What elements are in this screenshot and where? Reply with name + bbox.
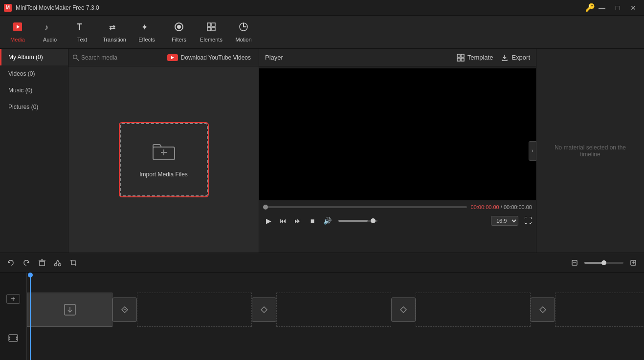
chevron-right-icon: › [532, 148, 533, 153]
svg-rect-40 [16, 339, 18, 340]
media-icon [12, 21, 23, 35]
transition-2[interactable] [252, 297, 276, 322]
transition-icon-1 [120, 305, 130, 315]
player-progress: 00:00:00.00 / 00:00:00.00 [259, 202, 536, 212]
toolbar: Media ♪ Audio T Text ⇄ Transition ✦ Effe… [0, 16, 644, 49]
motion-icon [238, 21, 249, 35]
timeline-empty-clip-1 [137, 293, 252, 327]
minimize-icon: — [599, 4, 605, 12]
folder-icon [152, 141, 176, 165]
zoom-slider[interactable] [584, 262, 623, 264]
progress-bar[interactable] [263, 206, 467, 208]
zoom-out-button[interactable] [568, 256, 581, 270]
undo-button[interactable] [4, 256, 18, 270]
nav-music[interactable]: Music (0) [0, 82, 68, 99]
add-track-button[interactable]: + [6, 294, 20, 304]
prev-frame-button[interactable]: ⏮ [278, 215, 289, 226]
player-controls: ▶ ⏮ ⏭ ■ 🔊 16:9 9:16 1:1 4:3 ⛶ [259, 212, 536, 230]
toolbar-effects-label: Effects [138, 37, 155, 42]
stop-button[interactable]: ■ [307, 215, 318, 226]
timeline-left: + ♪ [0, 273, 27, 360]
volume-fill [338, 220, 368, 222]
transition-icon-3 [399, 305, 408, 315]
aspect-ratio-select[interactable]: 16:9 9:16 1:1 4:3 [491, 216, 518, 226]
svg-rect-38 [9, 339, 10, 340]
toolbar-effects[interactable]: ✦ Effects [131, 18, 162, 47]
close-button[interactable]: ✕ [626, 3, 640, 13]
play-button[interactable]: ▶ [263, 215, 274, 226]
svg-point-27 [55, 263, 57, 266]
svg-point-7 [177, 25, 181, 29]
svg-text:♪: ♪ [44, 23, 48, 31]
toolbar-transition[interactable]: ⇄ Transition [99, 18, 130, 47]
template-icon [457, 54, 465, 62]
text-icon: T [77, 21, 88, 35]
import-media-box[interactable]: Import Media Files [120, 123, 208, 196]
transition-1[interactable] [112, 297, 137, 322]
redo-button[interactable] [20, 256, 33, 270]
maximize-button[interactable]: □ [611, 3, 624, 13]
nav-videos[interactable]: Videos (0) [0, 65, 68, 82]
svg-rect-10 [207, 27, 211, 31]
minimize-button[interactable]: — [595, 3, 609, 13]
delete-icon [38, 259, 46, 267]
total-time: 00:00:00.00 [504, 204, 532, 210]
svg-line-30 [58, 260, 60, 264]
next-frame-button[interactable]: ⏭ [292, 215, 303, 226]
playhead [30, 273, 31, 360]
toolbar-motion-label: Motion [235, 37, 251, 42]
svg-rect-39 [16, 337, 18, 338]
search-media-label: Search media [81, 54, 117, 61]
export-label: Export [511, 54, 530, 61]
main-content: My Album (0) Videos (0) Music (0) Pictur… [0, 49, 644, 253]
video-track-icon [8, 333, 18, 345]
toolbar-text-label: Text [77, 37, 87, 42]
search-icon [72, 54, 79, 61]
elements-icon [206, 21, 217, 35]
toolbar-filters[interactable]: Filters [163, 18, 195, 47]
fullscreen-button[interactable]: ⛶ [524, 216, 532, 225]
template-button[interactable]: Template [457, 54, 493, 62]
nav-my-album[interactable]: My Album (0) [0, 49, 68, 65]
svg-rect-18 [457, 54, 460, 57]
app-title: MiniTool MovieMaker Free 7.3.0 [16, 4, 585, 11]
player-tab[interactable]: Player [265, 54, 283, 61]
search-media-box[interactable]: Search media [72, 54, 159, 61]
volume-slider[interactable] [338, 220, 378, 222]
toolbar-motion[interactable]: Motion [228, 18, 259, 47]
nav-pictures[interactable]: Pictures (0) [0, 99, 68, 115]
zoom-in-button[interactable] [626, 256, 640, 270]
no-material-text: No material selected on the timeline [536, 136, 644, 166]
svg-rect-11 [212, 27, 215, 31]
media-toolbar: Search media ▶ Download YouTube Videos [68, 49, 259, 66]
svg-text:T: T [77, 22, 82, 32]
transition-3[interactable] [391, 297, 416, 322]
player-time: 00:00:00.00 / 00:00:00.00 [471, 204, 532, 210]
zoom-dot [601, 260, 606, 265]
svg-rect-19 [461, 54, 464, 57]
toolbar-audio[interactable]: ♪ Audio [34, 18, 66, 47]
crop-button[interactable] [67, 256, 80, 270]
toolbar-text[interactable]: T Text [67, 18, 98, 47]
transition-icon: ⇄ [109, 21, 120, 35]
toolbar-media-label: Media [10, 37, 25, 42]
export-button[interactable]: Export [501, 54, 530, 62]
toolbar-elements-label: Elements [200, 37, 222, 42]
transition-4[interactable] [531, 297, 555, 322]
svg-line-14 [77, 59, 79, 61]
media-panel: Search media ▶ Download YouTube Videos I… [68, 49, 259, 253]
delete-button[interactable] [35, 256, 49, 270]
collapse-right-panel-btn[interactable]: › [529, 141, 536, 161]
yt-download-btn[interactable]: ▶ Download YouTube Videos [163, 54, 255, 61]
svg-rect-24 [40, 261, 44, 266]
toolbar-filters-label: Filters [172, 37, 186, 42]
bottom-toolbar [0, 253, 644, 272]
toolbar-elements[interactable]: Elements [196, 18, 227, 47]
timeline-clip-1[interactable] [27, 293, 112, 327]
cut-button[interactable] [51, 256, 65, 270]
svg-text:⇄: ⇄ [109, 23, 115, 31]
svg-text:✦: ✦ [141, 23, 148, 31]
toolbar-media[interactable]: Media [2, 18, 33, 47]
volume-button[interactable]: 🔊 [322, 215, 333, 226]
key-icon: 🔑 [585, 3, 595, 12]
